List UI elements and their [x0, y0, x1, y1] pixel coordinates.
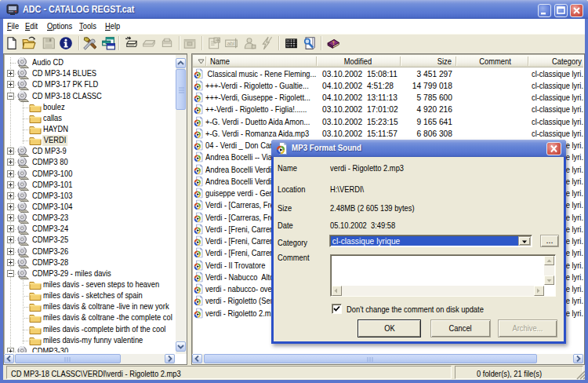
svg-text:abl: abl: [227, 40, 234, 47]
